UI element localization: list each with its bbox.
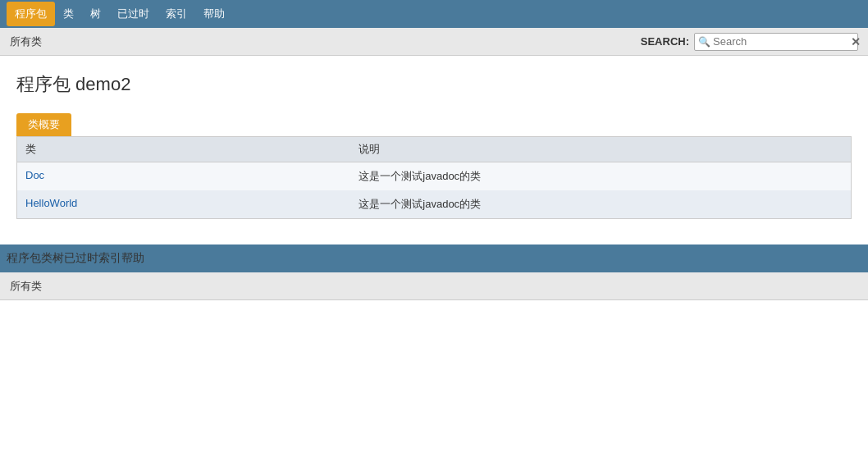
search-wrapper: 🔍 ✕ [694, 33, 858, 51]
nav-item-deprecated[interactable]: 已过时 [109, 2, 158, 26]
search-area: SEARCH: 🔍 ✕ [641, 33, 858, 51]
nav-item-package[interactable]: 程序包 [7, 2, 55, 26]
nav-item-index[interactable]: 索引 [158, 2, 195, 26]
col-header-class: 类 [17, 137, 351, 162]
bottom-nav-bar: 程序包 类 树 已过时 索引 帮助 [0, 244, 868, 272]
search-label: SEARCH: [641, 35, 689, 48]
bottom-nav-item-deprecated[interactable]: 已过时 [64, 251, 98, 266]
nav-item-help[interactable]: 帮助 [195, 2, 233, 26]
table-header-row: 类 说明 [17, 137, 852, 162]
class-link[interactable]: Doc [25, 169, 44, 181]
class-link[interactable]: HelloWorld [25, 197, 77, 209]
table-row: Doc这是一个测试javadoc的类 [17, 162, 852, 191]
top-nav-bar: 程序包 类 树 已过时 索引 帮助 [0, 0, 868, 28]
sub-header: 所有类 SEARCH: 🔍 ✕ [0, 28, 868, 56]
table-cell-description: 这是一个测试javadoc的类 [350, 162, 851, 191]
bottom-nav-item-class[interactable]: 类 [41, 251, 53, 266]
table-cell-classname: Doc [17, 162, 351, 191]
bottom-nav-item-package[interactable]: 程序包 [7, 251, 41, 266]
bottom-nav-item-help[interactable]: 帮助 [121, 251, 144, 266]
tab-bar: 类概要 [16, 113, 852, 136]
bottom-sub-header: 所有类 [0, 272, 868, 300]
search-icon: 🔍 [698, 36, 710, 48]
bottom-all-classes-label: 所有类 [10, 279, 42, 294]
package-title: 程序包 demo2 [16, 72, 852, 97]
table-row: HelloWorld这是一个测试javadoc的类 [17, 190, 852, 219]
nav-item-tree[interactable]: 树 [82, 2, 109, 26]
main-content: 程序包 demo2 类概要 类 说明 Doc这是一个测试javadoc的类Hel… [0, 56, 868, 244]
clear-search-icon[interactable]: ✕ [851, 35, 861, 48]
bottom-nav-item-tree[interactable]: 树 [53, 251, 64, 266]
nav-item-class[interactable]: 类 [55, 2, 82, 26]
bottom-section: 程序包 类 树 已过时 索引 帮助 所有类 [0, 244, 868, 300]
table-cell-description: 这是一个测试javadoc的类 [350, 190, 851, 219]
col-header-description: 说明 [350, 137, 851, 162]
tab-class-summary[interactable]: 类概要 [16, 113, 71, 136]
all-classes-label: 所有类 [10, 34, 42, 49]
bottom-nav-item-index[interactable]: 索引 [98, 251, 121, 266]
class-table: 类 说明 Doc这是一个测试javadoc的类HelloWorld这是一个测试j… [16, 136, 852, 219]
search-input[interactable] [713, 35, 851, 48]
table-cell-classname: HelloWorld [17, 190, 351, 219]
